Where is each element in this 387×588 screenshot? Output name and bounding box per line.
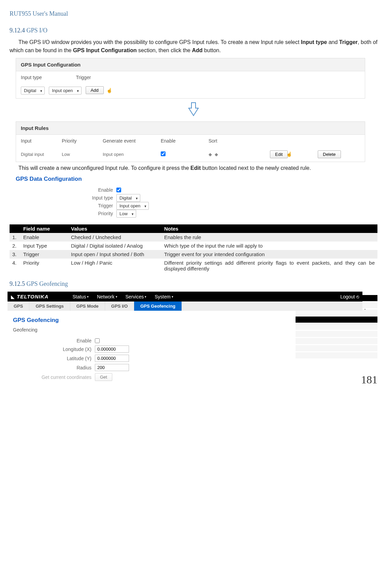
col-generate-event: Generate event	[103, 138, 161, 144]
radius-label: Radius	[13, 365, 95, 370]
tab-gps-geofencing[interactable]: GPS Geofencing	[134, 302, 182, 311]
input-rules-screenshot: Input Rules Input Priority Generate even…	[16, 121, 377, 162]
page-number: 181	[361, 373, 377, 386]
gps-input-config-screenshot: GPS Input Configuration Input type Trigg…	[16, 58, 377, 99]
rule-row: Digital input Low Input open ◆ ◆ Edit☝ D…	[16, 147, 365, 162]
input-type-select[interactable]: Digital	[21, 87, 45, 93]
latitude-input[interactable]	[95, 355, 129, 362]
section-number: 9.12.5	[10, 280, 25, 287]
tab-gps-mode[interactable]: GPS Mode	[70, 302, 105, 311]
trigger-select[interactable]: Input open	[116, 203, 149, 208]
cell-event: Input open	[103, 152, 161, 157]
teltonika-logo-icon: ◣	[11, 294, 15, 299]
flow-arrow-down-icon	[10, 102, 377, 118]
col-priority: Priority	[62, 138, 103, 144]
enable-checkbox[interactable]	[95, 338, 100, 343]
chevron-down-icon: ▾	[172, 295, 173, 298]
cell-input: Digital input	[21, 152, 62, 157]
section-heading-gps-geofencing: 9.12.5 GPS Geofencing	[10, 280, 377, 288]
table-row: 3.TriggerInput open / Input shorted / Bo…	[10, 250, 377, 259]
delete-button[interactable]: Delete	[318, 150, 341, 158]
nav-network[interactable]: Network▾	[97, 294, 117, 299]
input-rules-panel: Input Rules Input Priority Generate even…	[16, 121, 365, 162]
panel-title: GPS Input Configuration	[16, 58, 365, 71]
intro-paragraph-2: This will create a new unconfigured Inpu…	[10, 164, 377, 172]
gps-data-config-title: GPS Data Configuration	[16, 176, 377, 182]
enable-label: Enable	[16, 187, 116, 193]
logout-link[interactable]: Logout⎋	[340, 294, 359, 299]
trailing-dot: .	[364, 304, 366, 311]
section-title: GPS Geofencing	[27, 280, 68, 287]
th-blank	[10, 224, 20, 233]
tab-gps-io[interactable]: GPS I/O	[105, 302, 134, 311]
col-input: Input	[21, 138, 62, 144]
chevron-down-icon: ▾	[116, 295, 117, 298]
cell-priority: Low	[62, 152, 103, 157]
cursor-hand-icon: ☝	[286, 151, 292, 157]
sort-arrows-icon[interactable]: ◆ ◆	[209, 152, 270, 157]
trigger-label: Trigger	[16, 203, 116, 208]
edit-button[interactable]: Edit	[270, 150, 288, 158]
th-values: Values	[68, 224, 161, 233]
sub-tab-bar: GPS GPS Settings GPS Mode GPS I/O GPS Ge…	[8, 302, 362, 311]
enable-label: Enable	[13, 338, 95, 343]
th-notes: Notes	[161, 224, 377, 233]
col-sort: Sort	[209, 138, 270, 144]
trigger-select[interactable]: Input open	[49, 87, 81, 93]
page-header: RUT955 User's Manual	[10, 10, 377, 17]
tab-gps[interactable]: GPS	[8, 302, 29, 311]
get-coordinates-label: Get current coordinates	[13, 374, 95, 380]
col-input-type: Input type	[21, 75, 42, 80]
brand-logo: TELTONIKA	[17, 294, 48, 299]
logout-icon: ⎋	[356, 294, 359, 299]
add-button[interactable]: Add	[86, 86, 104, 94]
intro-paragraph-1: The GPS I/O window provides you with the…	[10, 38, 377, 55]
field-reference-table: Field name Values Notes 1.EnableChecked …	[10, 224, 377, 273]
chevron-down-icon: ▾	[145, 295, 146, 298]
section-number: 9.12.4	[10, 27, 25, 34]
col-trigger: Trigger	[76, 75, 91, 80]
cursor-hand-icon: ☝	[106, 88, 112, 93]
panel-title: Input Rules	[16, 122, 365, 135]
enable-checkbox[interactable]	[116, 188, 121, 192]
longitude-label: Longitude (X)	[13, 347, 95, 352]
nav-status[interactable]: Status▾	[72, 294, 89, 299]
gps-data-config-form: Enable Input type Digital Trigger Input …	[16, 187, 377, 216]
nav-system[interactable]: System▾	[155, 294, 173, 299]
tab-gps-settings[interactable]: GPS Settings	[29, 302, 70, 311]
priority-label: Priority	[16, 211, 116, 216]
latitude-label: Latitude (Y)	[13, 356, 95, 361]
chevron-down-icon: ▾	[87, 295, 89, 298]
radius-input[interactable]	[95, 364, 129, 371]
th-field-name: Field name	[20, 224, 68, 233]
section-heading-gps-io: 9.12.4 GPS I/O	[10, 27, 377, 34]
gps-input-config-panel: GPS Input Configuration Input type Trigg…	[16, 58, 365, 99]
longitude-input[interactable]	[95, 346, 129, 353]
priority-select[interactable]: Low	[116, 210, 136, 216]
nav-services[interactable]: Services▾	[126, 294, 147, 299]
rules-headers: Input Priority Generate event Enable Sor…	[16, 135, 365, 147]
section-title: GPS I/O	[27, 27, 48, 34]
table-row: 4.PriorityLow / High / PanicDifferent pr…	[10, 259, 377, 273]
input-type-select[interactable]: Digital	[116, 195, 140, 201]
table-row: 2.Input TypeDigital / Digital isolated /…	[10, 241, 377, 250]
table-row: 1.EnableChecked / UncheckedEnables the r…	[10, 233, 377, 241]
enable-checkbox[interactable]	[161, 151, 166, 156]
input-type-label: Input type	[16, 195, 116, 201]
panel-column-headers: Input type Trigger	[16, 71, 365, 84]
col-enable: Enable	[161, 138, 209, 144]
get-button[interactable]: Get	[95, 373, 112, 381]
